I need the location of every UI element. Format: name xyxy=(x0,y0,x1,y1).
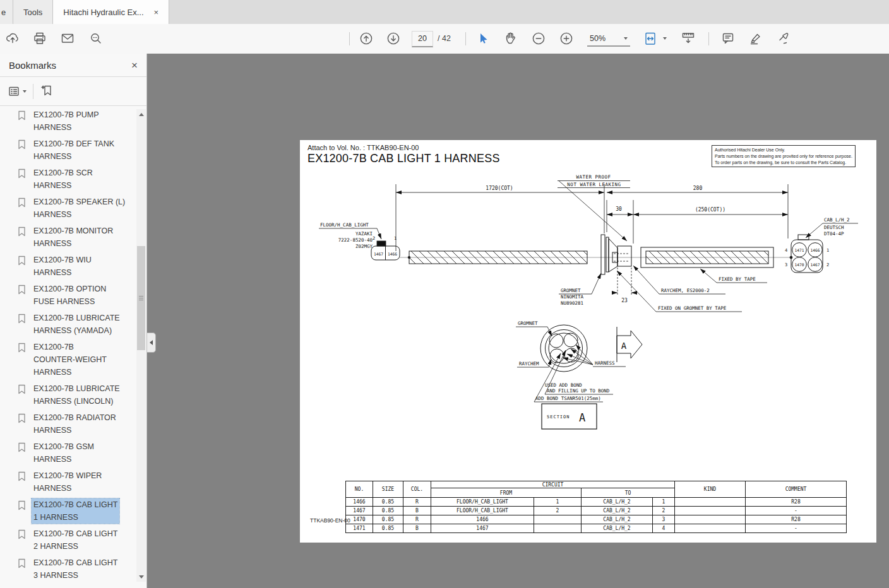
zoom-level-select[interactable]: 50% xyxy=(587,31,630,47)
scroll-down-button[interactable] xyxy=(136,572,146,582)
bookmark-item[interactable]: EX1200-7B PUMP HARNESS xyxy=(18,107,133,136)
tab-tools[interactable]: Tools xyxy=(13,0,53,24)
add-bookmark-button[interactable] xyxy=(40,83,54,100)
select-tool-button[interactable] xyxy=(475,30,491,47)
left-connector-name: FLOOR/H_CAB_LIGHT xyxy=(320,222,369,228)
bookmark-label[interactable]: EX1200-7B LUBRICATE HARNESS (YAMADA) xyxy=(32,312,122,337)
cell-to: CAB_L/H_2 xyxy=(582,524,653,533)
right-wire-1471: 1471 xyxy=(794,248,804,252)
options-button[interactable] xyxy=(8,85,27,98)
scroll-mode-button[interactable] xyxy=(680,30,696,47)
chevron-down-icon xyxy=(23,90,27,93)
col-header-kind: KIND xyxy=(675,481,746,498)
bookmark-item[interactable]: EX1200-7B WIU HARNESS xyxy=(18,252,133,281)
bookmark-item[interactable]: EX1200-7B CAB LIGHT 3 HARNESS xyxy=(18,555,133,583)
chevron-down-icon[interactable] xyxy=(663,37,667,40)
bookmark-icon xyxy=(18,471,26,484)
fill-sign-button[interactable] xyxy=(775,30,792,47)
bookmark-label[interactable]: EX1200-7B CAB LIGHT 2 HARNESS xyxy=(32,527,119,553)
zoom-out-button[interactable] xyxy=(530,30,547,47)
bookmark-item[interactable]: EX1200-7B COUNTER-WEIGHT HARNESS xyxy=(18,339,133,380)
print-button[interactable] xyxy=(32,30,48,47)
bookmark-label[interactable]: EX1200-7B LUBRICATE HARNESS (LINCOLN) xyxy=(32,382,122,408)
close-panel-icon[interactable]: × xyxy=(131,60,138,71)
cell-no: 1470 xyxy=(346,515,373,524)
bookmark-label[interactable]: EX1200-7B COUNTER-WEIGHT HARNESS xyxy=(32,341,109,379)
cell-color: R xyxy=(403,515,431,524)
bookmark-item[interactable]: EX1200-7B SCR HARNESS xyxy=(18,165,133,194)
email-button[interactable] xyxy=(59,30,76,47)
triangle-up-icon xyxy=(139,113,144,116)
bookmarks-title: Bookmarks xyxy=(9,60,56,71)
comment-button[interactable] xyxy=(720,30,736,47)
bookmark-label[interactable]: EX1200-7B DEF TANK HARNESS xyxy=(32,138,116,163)
view-arrow-letter: A xyxy=(621,341,627,351)
zoom-level-value: 50% xyxy=(590,34,606,43)
next-page-button[interactable] xyxy=(385,30,402,47)
page-number-input[interactable]: 20 xyxy=(412,31,433,47)
bookmark-label[interactable]: EX1200-7B OPTION FUSE HARNESS xyxy=(32,283,108,308)
fit-width-button[interactable] xyxy=(642,30,659,47)
bookmark-label[interactable]: EX1200-7B SCR HARNESS xyxy=(32,167,95,192)
tab-document[interactable]: Hitachi Hydraulic Ex... × xyxy=(53,0,169,24)
add-bookmark-icon xyxy=(40,83,54,97)
bookmark-label[interactable]: EX1200-7B RADIATOR HARNESS xyxy=(32,411,118,437)
scrollbar-thumb[interactable] xyxy=(137,246,145,350)
right-connector-name: CAB_L/H_2 xyxy=(824,217,850,223)
main-toolbar: 20 / 42 50% xyxy=(0,24,889,54)
bookmark-icon xyxy=(18,110,26,123)
hand-tool-button[interactable] xyxy=(503,30,520,47)
bookmark-item[interactable]: EX1200-7B OPTION FUSE HARNESS xyxy=(18,281,133,310)
section-harness-label: HARNESS xyxy=(595,360,615,366)
bookmark-item[interactable]: EX1200-7B LUBRICATE HARNESS (YAMADA) xyxy=(18,310,133,339)
bookmark-label[interactable]: EX1200-7B CAB LIGHT 3 HARNESS xyxy=(32,556,119,582)
tab-close-icon[interactable]: × xyxy=(154,8,159,16)
bookmark-icon xyxy=(18,285,26,297)
scroll-up-button[interactable] xyxy=(136,109,146,119)
bookmark-item[interactable]: EX1200-7B GSM HARNESS xyxy=(18,438,133,467)
bookmark-item[interactable]: EX1200-7B SPEAKER (L) HARNESS xyxy=(18,194,133,223)
right-pin-2: 2 xyxy=(826,262,829,268)
bookmark-label[interactable]: EX1200-7B WIU HARNESS xyxy=(32,254,93,279)
col-header-to: TO xyxy=(582,488,675,498)
sidebar-scrollbar[interactable] xyxy=(136,109,146,582)
bookmark-label[interactable]: EX1200-7B MONITOR HARNESS xyxy=(32,225,115,250)
bookmark-label[interactable]: EX1200-7B WIPER HARNESS xyxy=(32,469,104,495)
cell-size: 0.85 xyxy=(373,515,403,524)
share-upload-button[interactable] xyxy=(4,30,21,47)
col-header-col: COL. xyxy=(403,481,431,498)
zoom-out-icon xyxy=(531,31,546,46)
waterproof-label: WATER PROOF xyxy=(576,174,611,180)
bookmark-item[interactable]: EX1200-7B DEF TANK HARNESS xyxy=(18,136,133,165)
col-header-size: SIZE xyxy=(373,481,403,498)
collapse-sidebar-handle[interactable] xyxy=(147,332,156,353)
left-wire-1466: 1466 xyxy=(388,252,397,256)
bookmark-item[interactable]: EX1200-7B LUBRICATE HARNESS (LINCOLN) xyxy=(18,380,133,409)
previous-page-button[interactable] xyxy=(358,30,374,47)
bookmarks-list: EX1200-7B PUMP HARNESS EX1200-7B DEF TAN… xyxy=(0,107,133,583)
bookmark-icon xyxy=(18,413,26,426)
bookmark-label[interactable]: EX1200-7B PUMP HARNESS xyxy=(32,109,101,134)
bookmark-label[interactable]: EX1200-7B SPEAKER (L) HARNESS xyxy=(32,196,127,221)
left-connector-maker: YAZAKI xyxy=(355,231,373,237)
right-pin-3: 3 xyxy=(785,262,787,268)
cell-from-pin xyxy=(534,515,582,524)
zoom-in-button[interactable] xyxy=(558,30,575,47)
toolbar-separator xyxy=(33,84,33,99)
options-icon xyxy=(8,85,20,98)
dim-250-label: (250(COT)) xyxy=(695,207,725,213)
tab-home-partial[interactable]: e xyxy=(0,0,13,24)
circuit-table-row: 1470 0.85 R 1466 CAB_L/H_2 3 R28 xyxy=(346,515,847,524)
bookmark-item[interactable]: EX1200-7B CAB LIGHT 1 HARNESS xyxy=(18,497,133,526)
bookmark-item[interactable]: EX1200-7B RADIATOR HARNESS xyxy=(18,409,133,438)
bookmark-item[interactable]: EX1200-7B MONITOR HARNESS xyxy=(18,223,133,252)
search-button[interactable] xyxy=(88,30,104,47)
bookmark-item[interactable]: EX1200-7B CAB LIGHT 2 HARNESS xyxy=(18,526,133,555)
highlight-button[interactable] xyxy=(748,30,764,47)
bookmark-label[interactable]: EX1200-7B CAB LIGHT 1 HARNESS xyxy=(32,498,119,524)
cell-to: CAB_L/H_2 xyxy=(582,515,653,524)
col-header-circuit: CIRCUIT xyxy=(431,481,675,488)
bookmark-item[interactable]: EX1200-7B WIPER HARNESS xyxy=(18,467,133,497)
bookmark-label[interactable]: EX1200-7B GSM HARNESS xyxy=(32,440,96,466)
cell-kind xyxy=(675,524,746,533)
